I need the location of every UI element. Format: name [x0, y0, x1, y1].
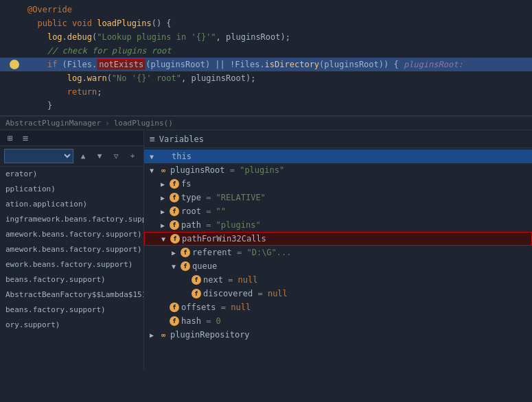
oo-icon-pluginsroot: ∞ [159, 165, 168, 175]
keyword-public: public void [37, 19, 91, 28]
tree-value-offsets: = null [216, 303, 251, 312]
list-item[interactable]: ework.beans.factory.support) [0, 257, 143, 272]
variables-title: Variables [159, 134, 204, 144]
tree-arrow-this [147, 152, 157, 161]
debug-string: "Lookup plugins in '{}'" [97, 32, 216, 42]
field-icon-type: f [170, 193, 179, 202]
keyword: @Override [27, 5, 72, 14]
code-content-5: if (Files.notExists(pluginsRoot) || !Fil… [25, 60, 532, 69]
tree-arrow-type [158, 193, 167, 202]
list-item[interactable]: pplication) [0, 182, 143, 197]
filter-button[interactable]: ▽ [109, 150, 123, 163]
code-content-6: log.warn("No '{}' root", pluginsRoot); [25, 73, 532, 83]
tree-value-root: = "" [201, 206, 226, 216]
tree-row-root[interactable]: f root = "" [144, 204, 532, 218]
code-content-8: } [25, 101, 532, 110]
code-content-4: // check for plugins root [25, 46, 532, 56]
line-gutter-5 [5, 60, 25, 69]
tree-arrow-pathforwin32calls [159, 234, 168, 244]
keyword-return: return [67, 87, 97, 97]
breadcrumb-separator: › [105, 119, 110, 128]
plugins-root-hint: pluginsRoot: [404, 60, 463, 69]
comment-line: // check for plugins root [47, 46, 172, 56]
list-item[interactable]: ory.support) [0, 318, 143, 333]
tree-arrow-next [180, 275, 189, 285]
down-button[interactable]: ▼ [93, 150, 106, 163]
tree-row-pathforwin32calls[interactable]: f pathForWin32Calls [144, 232, 532, 246]
field-icon-discovered: f [192, 289, 201, 298]
field-icon-path: f [170, 220, 179, 230]
list-item[interactable]: amework.beans.factory.support) [0, 227, 143, 242]
tree-value-type: = "RELATIVE" [201, 193, 266, 202]
tree-label-offsets: offsets [181, 303, 216, 312]
list-item[interactable]: beans.factory.support) [0, 272, 143, 287]
code-line-3: log.debug("Lookup plugins in '{}'", plug… [0, 30, 532, 44]
tree-row-next[interactable]: f next = null [144, 273, 532, 287]
tree-value-path: = "plugins" [201, 220, 261, 230]
up-button[interactable]: ▲ [76, 150, 90, 163]
tree-label-root: root [181, 206, 201, 216]
code-content-1: @Override [25, 5, 532, 14]
list-item[interactable]: amework.beans.factory.support) [0, 242, 143, 257]
tree-row-pluginrepository[interactable]: ∞ pluginRepository [144, 328, 532, 342]
field-icon-offsets: f [170, 303, 179, 312]
field-icon-queue: f [181, 261, 190, 271]
tree-value-discovered: = null [253, 289, 288, 298]
tree-value-hash: = 0 [201, 316, 221, 326]
debug-method: debug [67, 32, 92, 42]
warn-string: "No '{}' root" [112, 73, 181, 83]
bottom-panel: ▲ ▼ ▽ + erator) pplication) ation.applic… [0, 130, 532, 370]
field-icon-fs: f [170, 179, 179, 189]
tree-row-discovered[interactable]: f discovered = null [144, 287, 532, 300]
tree-label-path: path [181, 220, 201, 230]
tree-arrow-path [158, 220, 167, 230]
tree-row-hash[interactable]: f hash = 0 [144, 314, 532, 328]
breadcrumb-class[interactable]: AbstractPluginManager [5, 119, 101, 128]
breadcrumb-method[interactable]: loadPlugins() [114, 119, 173, 128]
warning-icon [10, 60, 19, 69]
tree-arrow-pluginrepository [147, 330, 157, 340]
list-item[interactable]: AbstractBeanFactory$$Lambda$151) [0, 287, 143, 303]
tree-label-pluginrepository: pluginRepository [170, 330, 250, 340]
code-line-6: log.warn("No '{}' root", pluginsRoot); [0, 71, 532, 85]
code-editor: @Override public void loadPlugins() { lo… [0, 0, 532, 116]
files-class-2: Files [235, 60, 259, 69]
tree-row-referent[interactable]: f referent = "D:\G"... [144, 246, 532, 259]
tree-row-this[interactable]: this [144, 150, 532, 163]
tree-value-pluginsroot: = "plugins" [224, 165, 284, 175]
tree-row-queue[interactable]: f queue [144, 259, 532, 273]
tree-row-offsets[interactable]: f offsets = null [144, 300, 532, 314]
oo-icon-pluginrepository: ∞ [159, 330, 168, 340]
log-warn: log [67, 73, 82, 83]
tree-arrow-hash [158, 316, 167, 326]
tree-row-fs[interactable]: f fs [144, 177, 532, 191]
warn-method: warn [87, 73, 107, 83]
list-view-icon[interactable] [19, 132, 32, 144]
tree-label-fs: fs [181, 179, 191, 189]
tree-row-type[interactable]: f type = "RELATIVE" [144, 191, 532, 204]
tree-label-hash: hash [181, 316, 201, 326]
variables-header: ≡ Variables [144, 130, 532, 148]
tree-label-pathforwin32calls: pathForWin32Calls [182, 234, 266, 244]
frame-select[interactable] [4, 149, 73, 163]
tree-row-path[interactable]: f path = "plugins" [144, 218, 532, 232]
tree-row-pluginsroot[interactable]: ∞ pluginsRoot = "plugins" [144, 163, 532, 177]
method-name: loadPlugins [97, 19, 151, 28]
list-item[interactable]: ation.application) [0, 197, 143, 212]
tree-value-referent: = "D:\G"... [232, 248, 292, 257]
list-item[interactable]: ingframework.beans.factory.support [0, 212, 143, 227]
list-item[interactable]: erator) [0, 167, 143, 182]
list-item[interactable]: beans.factory.support) [0, 303, 143, 318]
tree-label-pluginsroot: pluginsRoot [170, 165, 224, 175]
is-directory: isDirectory [265, 60, 319, 69]
grid-view-icon[interactable] [4, 132, 16, 144]
add-button[interactable]: + [126, 150, 139, 163]
variables-icon: ≡ [150, 134, 155, 144]
sidebar-list: erator) pplication) ation.application) i… [0, 167, 143, 370]
variables-tree: this ∞ pluginsRoot = "plugins" f fs [144, 148, 532, 370]
code-line-1: @Override [0, 3, 532, 16]
files-class: Files [67, 60, 92, 69]
tree-arrow-fs [158, 179, 167, 189]
tree-label-next: next [203, 275, 223, 285]
not-exists-method: notExists [97, 59, 146, 70]
